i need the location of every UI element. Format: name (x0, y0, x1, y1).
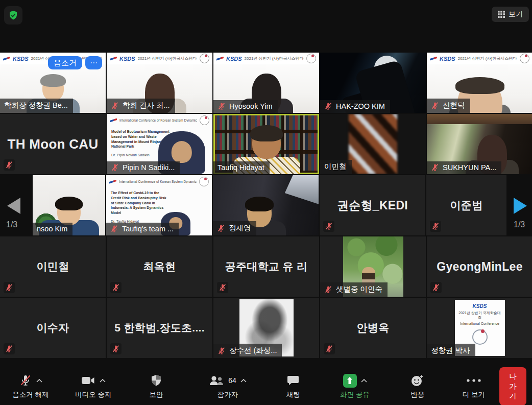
participant-name: 5 한학범.장도초.... (107, 298, 212, 358)
participant-name: 이수자 (0, 298, 106, 358)
video-tile-kongju-univ[interactable]: 공주대학교 유 리 (213, 236, 319, 297)
muted-mic-icon (219, 283, 227, 292)
meeting-toolbar: 음소거 해제 비디오 중지 (0, 368, 532, 405)
leave-meeting-button[interactable]: 나가기 (499, 367, 526, 405)
participant-name-tag: SUKHYUN PA... (427, 161, 501, 174)
video-tile-gansa-choi[interactable]: KSDS 2021년 상반기 (사)한국시스템다이내믹스학회 국제학술대회 학회… (107, 53, 212, 113)
muted-mic-icon (5, 345, 13, 353)
security-button[interactable]: 보안 (131, 373, 182, 399)
view-button[interactable]: 보기 (492, 7, 529, 22)
slide-header-text: International Conference of Korean Syste… (119, 180, 197, 183)
participants-label: 참가자 (217, 390, 238, 399)
participant-name: Taufiq's team ... (122, 225, 174, 233)
video-tile-jungjaeyoung[interactable]: 정재영 (213, 175, 319, 235)
zoom-meeting-window: 보기 KSDS 2021년 상반기 (사)한국시스템다이내믹스학회 국제학술대회… (0, 0, 532, 405)
video-tile-shinhyundeok[interactable]: KSDS 2021년 상반기 (사)한국시스템다이내믹스학회 국제학술대회 신현… (427, 53, 532, 113)
video-tile-thmoon[interactable]: TH Moon CAU (0, 114, 106, 174)
video-tile-jeongchangkwon-phd[interactable]: KSDS 2021년 상반기 국제학술대회 International Conf… (427, 298, 532, 358)
reactions-label: 반응 (411, 390, 425, 399)
unmute-label: 음소거 해제 (12, 390, 49, 399)
participant-name: 학회장 정창권 Be... (4, 101, 68, 110)
participant-name: 최옥현 (107, 236, 212, 297)
stop-video-button[interactable]: 비디오 중지 (63, 373, 124, 399)
muted-mic-icon (325, 345, 333, 353)
unmute-button[interactable]: 음소거 해제 (5, 373, 56, 399)
page-indicator: 1/3 (6, 220, 17, 229)
tile-mute-button[interactable]: 음소거 (48, 56, 82, 69)
participant-name-tag: nsoo Kim (33, 223, 72, 235)
pagination-right: 1/3 (507, 175, 532, 235)
tile-hover-controls: 음소거 ⋯ (48, 56, 102, 69)
muted-mic-icon (431, 102, 439, 110)
chevron-up-icon[interactable] (240, 379, 247, 383)
video-tile-pipin[interactable]: International Conference of Korean Syste… (107, 114, 212, 174)
video-tile-jeongchangkwon[interactable]: KSDS 2021년 상반기 (사)한국시스템다이내믹스학회 국제학술대회 음소… (0, 53, 106, 113)
tile-more-button[interactable]: ⋯ (85, 56, 102, 69)
video-tile-ahnbyungok[interactable]: 안병옥 (320, 298, 426, 358)
video-tile-taufiq-team[interactable]: International Conference of Korean Syste… (106, 175, 212, 235)
person-head (256, 76, 277, 101)
ksds-logo-text: KSDS (13, 56, 29, 62)
grid-row-1: KSDS 2021년 상반기 (사)한국시스템다이내믹스학회 국제학술대회 음소… (0, 53, 532, 113)
page-indicator: 1/3 (514, 220, 525, 229)
muted-mic-icon (324, 102, 332, 110)
video-tile-hyosook-yim[interactable]: KSDS 2021년 상반기 (사)한국시스템다이내믹스학회 국제학술대회 Hy… (213, 53, 319, 113)
more-button[interactable]: 더 보기 (448, 373, 499, 399)
participant-name: Hyosook Yim (229, 102, 273, 110)
participant-name: 정창권 박사 (431, 346, 470, 355)
mute-badge (4, 282, 15, 293)
participant-name: 안병옥 (320, 298, 426, 358)
chat-label: 채팅 (286, 390, 300, 399)
video-tile-jangsooseon[interactable]: 장수선 (화성... (213, 298, 319, 358)
grid-row-2: TH Moon CAU International Conference of … (0, 114, 532, 174)
person-head (481, 137, 503, 162)
reactions-button[interactable]: 반응 (392, 373, 443, 399)
chevron-up-icon[interactable] (100, 379, 106, 383)
chat-button[interactable]: 채팅 (269, 373, 318, 399)
chevron-up-icon[interactable] (36, 379, 42, 383)
blurred-photo (349, 114, 397, 174)
security-label: 보안 (150, 390, 163, 399)
video-tile-choiokhyun[interactable]: 최옥현 (107, 236, 212, 297)
person-head (252, 127, 281, 159)
previous-page-arrow[interactable] (7, 198, 20, 214)
video-camera-icon (81, 375, 95, 386)
participant-name: 샛별중 이인숙 (336, 284, 382, 294)
video-tile-hakzoo-kim[interactable]: HAK-ZOO KIM (320, 53, 426, 113)
video-tile-leejunbeom[interactable]: 이준범 (426, 175, 506, 235)
ksds-logo-text: KSDS (440, 56, 455, 62)
video-tile-gyeongminlee[interactable]: GyeongMinLee (427, 236, 532, 297)
video-tile-hanhakbeom[interactable]: 5 한학범.장도초.... (107, 298, 212, 358)
participants-button[interactable]: 64 참가자 (195, 373, 260, 399)
participant-name-tag: 학회장 정창권 Be... (0, 99, 73, 113)
participant-name-tag: Taufiq's team ... (106, 223, 179, 235)
share-screen-button[interactable]: 화면 공유 (325, 373, 385, 399)
video-tile-taufiq-active-speaker[interactable]: Taufiq Hidayat (213, 114, 319, 174)
video-tile-leeinsook[interactable]: 샛별중 이인숙 (320, 236, 426, 297)
participant-name-tag: Hyosook Yim (213, 100, 278, 113)
participant-name: 공주대학교 유 리 (213, 236, 319, 297)
next-page-arrow[interactable] (514, 198, 527, 214)
muted-mic-icon (217, 224, 225, 232)
video-tile-sukhyun[interactable]: SUKHYUN PA... (427, 114, 532, 174)
chevron-up-icon[interactable] (361, 379, 367, 383)
muted-mic-icon (431, 222, 440, 230)
stop-video-label: 비디오 중지 (75, 390, 111, 399)
ksds-logo-text: KSDS (457, 303, 502, 309)
participant-name-tag: HAK-ZOO KIM (320, 100, 390, 113)
muted-mic-icon (112, 345, 120, 353)
muted-mic-icon (111, 102, 119, 110)
muted-mic-icon (112, 283, 120, 292)
card-line-1: 2021년 상반기 국제학술대회 (457, 311, 502, 320)
video-tile-leeminchul[interactable]: 이민철 (0, 236, 106, 297)
ksds-logo-text: KSDS (119, 56, 135, 62)
meeting-security-badge[interactable] (4, 6, 22, 25)
video-tile-kwonsoonhyung[interactable]: 권순형_KEDI (320, 175, 425, 235)
participant-name-tag: Taufiq Hidayat (213, 161, 270, 174)
video-tile-leesooja[interactable]: 이수자 (0, 298, 106, 358)
participant-name: HAK-ZOO KIM (336, 102, 385, 110)
participant-name: nsoo Kim (37, 225, 67, 233)
video-tile-leeminchul-photo[interactable]: 이민철 (320, 114, 426, 174)
society-stamp-icon (200, 54, 209, 63)
video-tile-nsoo-kim[interactable]: nsoo Kim (33, 175, 105, 235)
